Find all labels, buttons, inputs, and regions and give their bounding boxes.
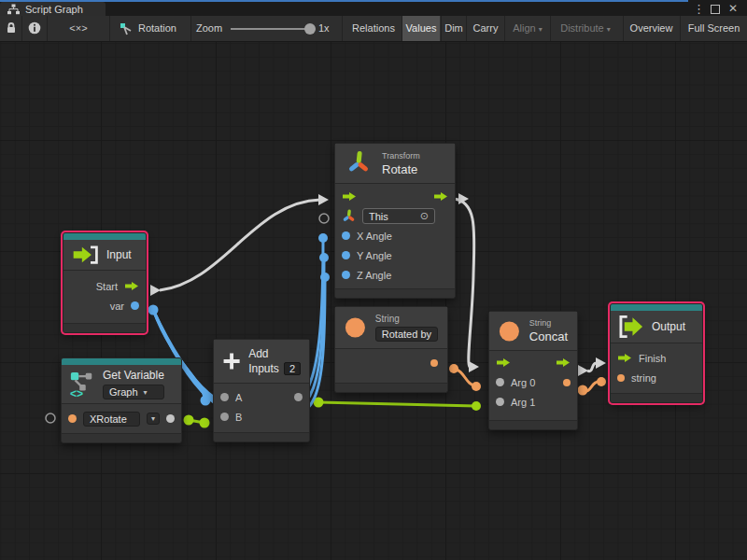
node-title: Concat	[529, 329, 568, 343]
node-title: Output	[652, 320, 685, 333]
this-target-field[interactable]: This ⊙	[362, 208, 435, 224]
output-event-icon	[619, 315, 644, 339]
variable-node-bar	[62, 358, 181, 365]
graph-canvas[interactable]: Input Start var	[0, 42, 747, 560]
port-label: Arg 1	[511, 397, 535, 408]
node-footer	[611, 393, 702, 402]
port-b[interactable]	[220, 413, 229, 421]
port-variable-value[interactable]	[166, 414, 175, 423]
input-count-field[interactable]: 2	[284, 362, 301, 375]
port-a[interactable]	[220, 393, 229, 401]
chevron-down-icon: ▾	[539, 25, 543, 34]
node-footer	[335, 383, 447, 392]
port-sum[interactable]	[294, 393, 303, 401]
node-category: String	[375, 314, 438, 324]
string-value-field[interactable]: Rotated by	[375, 327, 438, 342]
wire-concat-to-output-control	[578, 357, 606, 376]
full-screen-button[interactable]: Full Screen	[681, 16, 747, 41]
string-icon	[499, 320, 520, 343]
port-x-angle[interactable]	[342, 231, 350, 240]
node-string-literal[interactable]: String Rotated by	[334, 306, 448, 393]
node-transform-rotate[interactable]: Transform Rotate	[334, 143, 456, 299]
tab-bar: Script Graph ⋮ ✕	[0, 0, 747, 16]
node-add-inputs[interactable]: Add Inputs 2 A B	[213, 339, 310, 442]
port-z-angle[interactable]	[342, 271, 350, 279]
chevron-down-icon: ▾	[607, 25, 611, 34]
code-view-button[interactable]: <×>	[48, 16, 109, 41]
port-control-in[interactable]	[342, 191, 357, 202]
relations-button[interactable]: Relations	[346, 16, 401, 41]
port-this-unconnected[interactable]	[319, 214, 329, 223]
node-get-variable[interactable]: <> Get Variable Graph ▾ XRotate	[61, 357, 182, 443]
toolbar-divider	[623, 16, 624, 41]
wire-literal-to-arg0	[449, 364, 481, 391]
node-title: Input	[106, 248, 132, 261]
port-start[interactable]	[124, 281, 139, 291]
carry-button[interactable]: Carry	[467, 16, 504, 41]
zoom-label: Zoom	[196, 16, 228, 41]
node-footer	[62, 433, 181, 442]
port-y-angle[interactable]	[342, 251, 350, 259]
node-footer	[63, 323, 146, 332]
script-graph-window: Script Graph ⋮ ✕ <×>	[0, 0, 747, 560]
align-dropdown-button[interactable]: Align ▾	[505, 16, 550, 41]
port-label: var	[110, 301, 124, 312]
node-title: Add	[248, 347, 301, 360]
port-label: B	[235, 412, 242, 423]
rotation-icon	[120, 22, 133, 35]
target-picker-icon[interactable]: ⊙	[420, 210, 429, 222]
input-event-icon	[72, 245, 99, 265]
node-footer	[335, 288, 455, 298]
port-label: Start	[96, 281, 118, 292]
port-label: Finish	[639, 353, 666, 364]
port-label: X Angle	[357, 231, 392, 242]
port-control-out[interactable]	[556, 357, 571, 368]
window-maximize-icon[interactable]	[711, 5, 720, 14]
port-variable-name[interactable]	[68, 414, 77, 423]
variable-name-dropdown[interactable]: ▾	[147, 413, 160, 425]
variable-scope-dropdown[interactable]: Graph ▾	[103, 385, 164, 399]
node-title: Rotate	[382, 162, 420, 176]
node-footer	[489, 420, 577, 429]
port-var[interactable]	[131, 301, 139, 310]
port-finish[interactable]	[617, 353, 632, 363]
lock-icon	[5, 21, 18, 35]
port-string-in[interactable]	[617, 374, 625, 382]
node-input[interactable]: Input Start var	[63, 232, 147, 333]
values-button[interactable]: Values	[402, 16, 440, 41]
rotation-toggle-button[interactable]: Rotation	[110, 16, 190, 41]
info-button[interactable]	[22, 16, 47, 41]
wire-getvariable-to-add-b	[184, 415, 210, 428]
zoom-slider-handle[interactable]	[304, 23, 316, 35]
lock-button[interactable]	[0, 16, 21, 41]
port-result[interactable]	[563, 379, 571, 386]
port-label: A	[235, 392, 242, 403]
overview-button[interactable]: Overview	[625, 16, 678, 41]
port-label: Y Angle	[357, 250, 392, 261]
code-icon: <×>	[69, 22, 87, 34]
port-control-out[interactable]	[433, 191, 448, 202]
string-icon	[345, 315, 366, 340]
port-control-in[interactable]	[496, 357, 511, 368]
distribute-dropdown-button[interactable]: Distribute ▾	[551, 16, 620, 41]
port-arg1[interactable]	[496, 398, 504, 406]
tab-script-graph[interactable]: Script Graph	[0, 2, 106, 16]
variable-name-field[interactable]: XRotate	[83, 412, 140, 427]
info-icon	[28, 21, 41, 35]
svg-text:<>: <>	[70, 387, 83, 399]
toolbar-divider	[342, 16, 343, 41]
port-label: Z Angle	[357, 270, 391, 281]
zoom-slider-track[interactable]	[231, 28, 310, 30]
dim-button[interactable]: Dim	[442, 16, 466, 41]
node-string-concat[interactable]: String Concat Arg 0	[488, 311, 578, 430]
port-string-out[interactable]	[430, 359, 438, 367]
port-arg0[interactable]	[496, 378, 504, 386]
wire-start-to-rotate	[150, 194, 329, 296]
node-footer	[214, 432, 309, 441]
tab-title: Script Graph	[25, 4, 83, 15]
port-getvariable-unconnected[interactable]	[46, 413, 55, 423]
node-title: Get Variable	[103, 369, 164, 382]
zoom-value: 1x	[318, 16, 339, 41]
transform-mini-icon	[342, 209, 356, 224]
node-output[interactable]: Output Finish string	[610, 303, 703, 403]
